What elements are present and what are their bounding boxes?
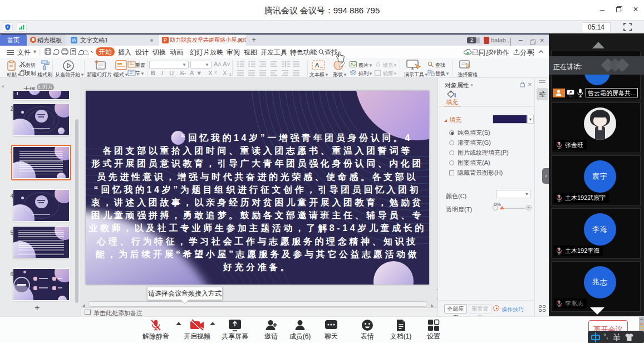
svg-text:A: A [315, 62, 319, 68]
